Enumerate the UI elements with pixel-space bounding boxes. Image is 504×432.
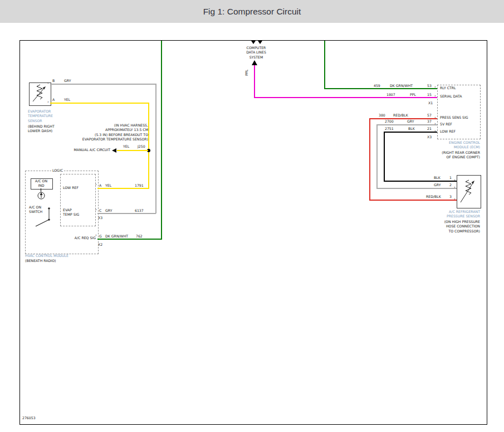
- ecm-wire-459: DK GRN/WHT: [390, 84, 413, 88]
- pressure-sensor-location: (ON HIGH PRESSURE HOSE CONNECTION TO COM…: [423, 220, 480, 234]
- evap-sensor-location: (BEHIND RIGHT LOWER DASH): [28, 124, 55, 134]
- terminal-chevron: [454, 178, 456, 182]
- terminal-chevron: [434, 129, 436, 133]
- hvac-conn-x2: X2: [98, 242, 102, 247]
- ps-pin-1: 1: [449, 176, 452, 180]
- wire-gry-evap: [50, 84, 156, 85]
- ecm-name: ENGINE CONTROL MODULE (ECM): [423, 140, 480, 150]
- pressure-transducer-icon: [457, 176, 479, 207]
- ecm-pin-37: 37: [427, 119, 432, 124]
- ecm-pin-53: 53: [427, 84, 432, 88]
- logic-label: LOGIC: [51, 168, 64, 173]
- ecm-ckt-2751: 2751: [385, 127, 394, 131]
- terminal-chevron: [47, 100, 49, 104]
- figure-header: Fig 1: Compressor Circuit: [0, 0, 504, 23]
- up-arrow-icon: [252, 60, 257, 65]
- switch-icon: [31, 204, 53, 229]
- ps-pin-2: 2: [449, 183, 452, 187]
- terminal-chevron: [95, 234, 97, 237]
- wire-blk-horizontal: [384, 132, 437, 133]
- ecm-serial-data-label: SERIAL DATA: [440, 94, 462, 99]
- hvac-pin-g: G: [99, 234, 102, 239]
- hvac-ckt-g: 762: [136, 234, 143, 239]
- ecm-wire-2751: BLK: [408, 127, 415, 131]
- splice-id: J250: [138, 144, 145, 149]
- ecm-pin-21: 21: [427, 127, 432, 131]
- ecm-pin-57: 57: [427, 113, 432, 118]
- wire-red-to-sensor: [369, 200, 457, 201]
- ecm-ckt-380: 380: [379, 113, 385, 118]
- ecm-5v-ref-label: 5V REF: [440, 122, 452, 127]
- splice-wire-label: YEL: [123, 144, 129, 149]
- terminal-chevron: [454, 197, 456, 201]
- ecm-wire-380: RED/BLK: [393, 113, 408, 118]
- wire-grn-rly-horizontal: [324, 88, 437, 89]
- hvac-ckt-c: 6137: [135, 208, 144, 213]
- wire-gry-horizontal: [376, 124, 437, 125]
- ecm-rly-ctrl-label: RLY CTRL: [440, 86, 456, 90]
- terminal-chevron: [47, 81, 49, 85]
- wire-blk-vertical: [384, 132, 385, 181]
- ecm-wire-1807: PPL: [410, 93, 416, 97]
- hvac-wire-c: GRY: [105, 208, 112, 213]
- ps-wire-1: BLK: [434, 176, 441, 180]
- ecm-conn-x1: X1: [428, 101, 433, 105]
- terminal-chevron: [434, 122, 436, 126]
- low-ref-label: LOW REF: [63, 186, 79, 190]
- evap-wire-a-label: YEL: [64, 98, 70, 102]
- ecm-ckt-459: 459: [374, 84, 380, 88]
- evap-sensor-name: EVAPORATOR TEMPERATURE SENSOR: [28, 109, 53, 123]
- wire-blk-to-sensor: [384, 181, 457, 182]
- wire-gry-vertical: [155, 84, 156, 213]
- pressure-sensor-box: [457, 175, 481, 208]
- ecm-low-ref-label: LOW REF: [440, 129, 456, 134]
- ecm-conn-x3: X3: [427, 135, 432, 139]
- ecm-pin-15: 15: [427, 93, 432, 97]
- ppl-wire-label: PPL: [244, 70, 249, 76]
- terminal-chevron: [434, 116, 436, 120]
- terminal-chevron: [434, 85, 436, 89]
- ecm-ckt-2700: 2700: [385, 119, 394, 124]
- terminal-chevron: [454, 186, 456, 190]
- data-lines-label: COMPUTER DATA LINES SYSTEM: [237, 46, 276, 60]
- down-arrow-icon: [258, 41, 262, 44]
- hvac-wire-g: DK GRN/WHT: [105, 234, 128, 239]
- ac-req-sig-label: A/C REQ SIG: [55, 236, 96, 240]
- hvac-module-name: HVAC CONTROL MODULE: [25, 254, 68, 258]
- wire-yel-evap: [50, 103, 149, 104]
- hvac-logic-box: [60, 174, 96, 226]
- wire-gry-vertical-2: [376, 124, 378, 188]
- ps-wire-2: GRY: [434, 183, 441, 187]
- evap-terminal-b: B: [52, 79, 55, 83]
- hvac-wire-a: YEL: [105, 183, 111, 188]
- figure-title: Fig 1: Compressor Circuit: [203, 7, 301, 17]
- ps-wire-3: RED/BLK: [426, 195, 441, 199]
- ps-pin-3: 3: [449, 195, 452, 199]
- wire-mag-vertical: [254, 65, 255, 98]
- hvac-pin-a: A: [99, 183, 101, 188]
- hvac-conn-x3: X3: [98, 216, 102, 220]
- wire-gry-to-sensor: [376, 188, 457, 189]
- down-arrow-icon: [251, 41, 256, 44]
- hvac-module-location: (BENEATH RADIO): [25, 259, 56, 263]
- terminal-chevron: [434, 94, 436, 98]
- wire-yel-branch: [117, 150, 148, 151]
- manual-ac-circuit-label: MANUAL A/C CIRCUIT: [66, 148, 110, 152]
- terminal-chevron: [95, 183, 97, 187]
- wire-red-vertical: [369, 118, 370, 201]
- ecm-wire-2700: GRY: [407, 119, 414, 124]
- wire-grn-rly-vertical: [324, 41, 325, 89]
- diagram-number: 276053: [22, 416, 36, 420]
- hvac-pin-c: C: [99, 208, 101, 213]
- ecm-location: (RIGHT REAR CORNER OF ENGINE COMPT): [423, 151, 480, 160]
- evap-temp-sig-label: EVAP TEMP SIG: [63, 208, 79, 217]
- evap-wire-b-label: GRY: [64, 79, 71, 83]
- ac-on-ind-label: A/C ON IND: [31, 179, 52, 188]
- wire-yel-vertical: [148, 103, 149, 189]
- ecm-press-sens-label: PRESS SENS SIG: [440, 115, 468, 120]
- ecm-ckt-1807: 1807: [386, 93, 395, 97]
- thermistor-icon: [30, 83, 50, 104]
- pressure-sensor-name: A/C REFRIGERANT PRESSURE SENSOR: [423, 210, 480, 219]
- harness-note: (IN HVAC HARNESS, APPROXIMATELY 13.5 CM …: [71, 123, 148, 142]
- evap-terminal-a: A: [52, 98, 55, 102]
